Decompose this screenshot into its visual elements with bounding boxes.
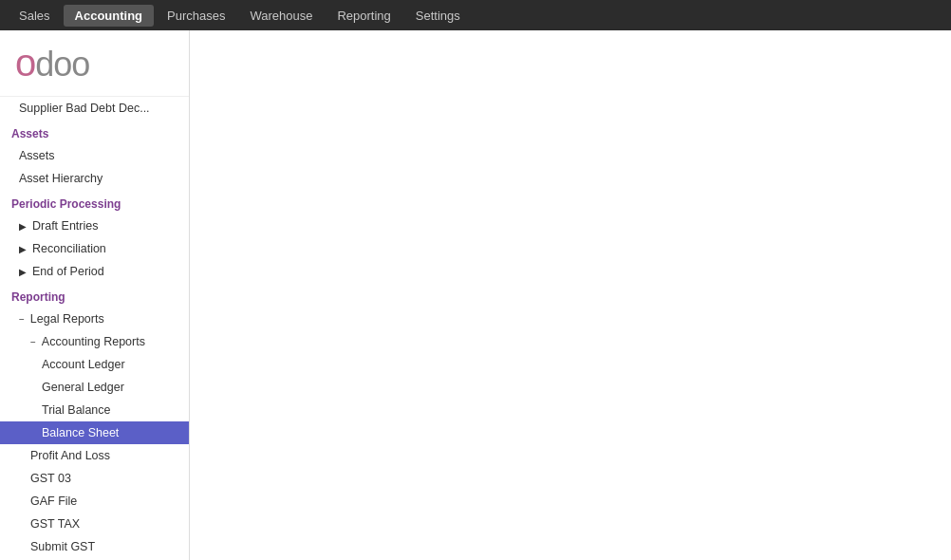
arrow-icon: ▶ <box>19 244 27 254</box>
odoo-logo: odoo <box>15 42 174 84</box>
sidebar: odoo Supplier Bad Debt Dec... AssetsAsse… <box>0 30 190 560</box>
sidebar-item-asset-hierarchy[interactable]: Asset Hierarchy <box>0 167 189 190</box>
nav-item-purchases[interactable]: Purchases <box>156 5 236 27</box>
sidebar-item-label: Draft Entries <box>32 219 98 233</box>
logo-area: odoo <box>0 30 189 97</box>
sidebar-item-legal-reports[interactable]: − Legal Reports <box>0 308 189 330</box>
nav-item-reporting[interactable]: Reporting <box>326 5 401 27</box>
nav-item-sales[interactable]: Sales <box>8 5 62 27</box>
sidebar-item-label: Legal Reports <box>30 312 104 326</box>
section-label-reporting: Reporting <box>0 283 189 308</box>
sidebar-item-gst-03[interactable]: GST 03 <box>0 467 189 490</box>
sidebar-item-balance-sheet[interactable]: Balance Sheet <box>0 421 189 444</box>
arrow-icon: − <box>30 337 36 347</box>
sidebar-item-end-of-period[interactable]: ▶ End of Period <box>0 260 189 283</box>
arrow-icon: − <box>19 314 25 325</box>
top-navigation: SalesAccountingPurchasesWarehouseReporti… <box>0 0 951 30</box>
sidebar-item-profit-and-loss[interactable]: Profit And Loss <box>0 444 189 467</box>
nav-item-settings[interactable]: Settings <box>404 5 472 27</box>
section-label-assets: Assets <box>0 120 189 144</box>
sidebar-items-container: AssetsAssetsAsset HierarchyPeriodic Proc… <box>0 120 189 558</box>
arrow-icon: ▶ <box>19 267 27 277</box>
sidebar-item-accounting-reports[interactable]: − Accounting Reports <box>0 330 189 353</box>
sidebar-item-general-ledger[interactable]: General Ledger <box>0 376 189 399</box>
sidebar-item-reconciliation[interactable]: ▶ Reconciliation <box>0 237 189 260</box>
sidebar-item-submit-gst[interactable]: Submit GST <box>0 535 189 558</box>
sidebar-item-trial-balance[interactable]: Trial Balance <box>0 399 189 421</box>
sidebar-item-label: Accounting Reports <box>42 335 145 348</box>
sidebar-item-gst-tax[interactable]: GST TAX <box>0 513 189 535</box>
sidebar-item-label: Reconciliation <box>32 242 106 255</box>
section-label-periodic-processing: Periodic Processing <box>0 190 189 215</box>
sidebar-item-label: End of Period <box>32 265 104 278</box>
sidebar-item-supplier-bad-debt[interactable]: Supplier Bad Debt Dec... <box>0 97 189 120</box>
main-layout: odoo Supplier Bad Debt Dec... AssetsAsse… <box>0 30 951 560</box>
sidebar-item-account-ledger[interactable]: Account Ledger <box>0 353 189 376</box>
nav-item-accounting[interactable]: Accounting <box>64 5 155 27</box>
content-area <box>190 30 951 560</box>
arrow-icon: ▶ <box>19 221 27 232</box>
sidebar-item-gaf-file[interactable]: GAF File <box>0 490 189 513</box>
sidebar-item-assets[interactable]: Assets <box>0 144 189 167</box>
sidebar-item-draft-entries[interactable]: ▶ Draft Entries <box>0 215 189 237</box>
nav-item-warehouse[interactable]: Warehouse <box>238 5 324 27</box>
